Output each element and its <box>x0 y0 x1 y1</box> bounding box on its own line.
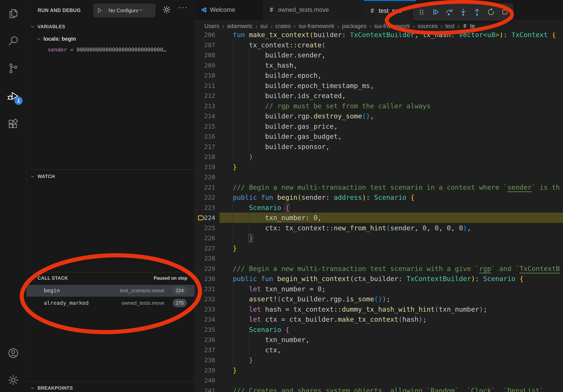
code-line[interactable]: 221/// Begin a new multi-transaction tes… <box>194 182 563 193</box>
code-line[interactable]: 229/// Begin a new multi-transaction tes… <box>194 263 563 274</box>
code-line[interactable]: 237 ctx, <box>194 345 563 355</box>
restart-button[interactable] <box>486 7 496 18</box>
breadcrumb-item[interactable]: sources <box>418 23 438 29</box>
code-line[interactable]: 224 txn_number: 0, <box>194 213 563 223</box>
breadcrumb-item[interactable]: sui-framework <box>298 23 334 29</box>
variables-scope-row[interactable]: locals: begin <box>26 34 194 44</box>
code-line[interactable]: 219} <box>194 162 563 172</box>
code-line[interactable]: 240 <box>194 375 563 385</box>
code-token: make_tx_context <box>338 315 398 323</box>
code-line[interactable]: 217 builder.sponsor, <box>194 142 563 152</box>
section-header-call-stack[interactable]: CALL STACKPaused on step <box>26 273 194 283</box>
code-token: `, ` <box>491 387 507 392</box>
tab-bar: Welcomeowned_tests.movetest_sce <box>194 0 563 20</box>
code-text: Scenario { <box>233 325 289 335</box>
step-into-button[interactable] <box>459 7 468 18</box>
scope-label: locals: begin <box>43 36 76 42</box>
code-line[interactable]: 214 builder.rgp.destroy_some(), <box>194 111 563 121</box>
code-line[interactable]: 232 assert!(ctx_builder.rgp.is_some()); <box>194 294 563 304</box>
run-and-debug-sidebar: RUN AND DEBUG No Configura ··· VARIABLES… <box>26 0 194 392</box>
code-line[interactable]: 233 let hash = tx_context::dummy_tx_hash… <box>194 304 563 314</box>
stop-button[interactable] <box>500 7 510 18</box>
breadcrumb-item[interactable]: packages <box>342 23 367 29</box>
code-line[interactable]: 216 builder.gas_budget, <box>194 131 563 142</box>
breadcrumb-item[interactable]: crates <box>275 23 291 29</box>
section-header-breakpoints[interactable]: BREAKPOINTS <box>26 383 194 392</box>
activity-bar-item-account[interactable] <box>0 342 26 364</box>
code-token: tx_context:: <box>233 41 297 49</box>
code-line[interactable]: 236 txn_number, <box>194 335 563 345</box>
code-token: ; <box>483 305 487 313</box>
code-line[interactable]: 209 tx_hash, <box>194 60 563 70</box>
code-token: 0 <box>422 224 426 232</box>
code-text: /// Begin a new multi-transaction test s… <box>233 263 560 274</box>
code-line[interactable]: 227} <box>194 243 563 253</box>
code-line[interactable]: 208 builder.sender, <box>194 50 563 60</box>
code-line[interactable]: 230public fun begin_with_context(ctx_bui… <box>194 274 563 284</box>
breadcrumb-item[interactable]: test <box>446 23 455 29</box>
code-line[interactable]: 238 } <box>194 355 563 365</box>
code-token: ( <box>435 305 439 313</box>
step-over-button[interactable] <box>445 7 454 18</box>
code-line[interactable]: 223 Scenario { <box>194 203 563 213</box>
breadcrumb-item[interactable]: sui-framework <box>374 23 410 29</box>
line-number: 213 <box>194 101 215 111</box>
activity-bar-item-explorer[interactable] <box>0 3 26 25</box>
breadcrumb[interactable]: Users›adamwelc›sui›crates›sui-framework›… <box>194 20 563 32</box>
breadcrumb-item[interactable]: Users <box>204 23 219 29</box>
code-line[interactable]: 222public fun begin(sender: address): Sc… <box>194 192 563 203</box>
breadcrumb-file[interactable]: te <box>470 23 475 29</box>
activity-bar-item-run-and-debug[interactable]: 1 <box>0 85 26 107</box>
code-line[interactable]: 210 builder.epoch, <box>194 70 563 80</box>
variable-row[interactable]: sender = 000000000000000000000000000… <box>48 47 194 56</box>
section-header-variables[interactable]: VARIABLES <box>26 22 194 32</box>
code-line[interactable]: 234 let ctx = ctx_builder.make_tx_contex… <box>194 314 563 325</box>
step-out-button[interactable] <box>472 7 482 18</box>
line-number: 231 <box>194 284 215 294</box>
activity-bar-item-manage[interactable] <box>0 369 26 391</box>
continue-button[interactable] <box>431 7 440 18</box>
debug-config-dropdown[interactable]: No Configura <box>93 3 155 17</box>
code-line[interactable]: 225 ctx: tx_context::new_from_hint(sende… <box>194 223 563 233</box>
code-line[interactable]: 226 } <box>194 233 563 243</box>
drag-handle[interactable] <box>417 7 426 18</box>
code-line[interactable]: 211 builder.epoch_timestamp_ms, <box>194 80 563 91</box>
tab-test_sce[interactable]: test_sce <box>364 0 416 21</box>
activity-bar-item-search[interactable] <box>0 30 26 52</box>
section-header-watch[interactable]: WATCH <box>26 171 194 182</box>
code-token: ( <box>386 224 390 232</box>
code-line[interactable]: 213 // rgp must be set from the caller a… <box>194 101 563 111</box>
gear-icon[interactable] <box>162 5 171 15</box>
code-token: , <box>427 224 435 232</box>
code-area[interactable]: 206fun make_tx_context(builder: TxContex… <box>194 0 563 392</box>
code-line[interactable]: 239} <box>194 365 563 375</box>
tab-label: owned_tests.move <box>278 6 329 13</box>
frame-file: test_scenario.move <box>120 287 164 294</box>
code-line[interactable]: 215 builder.gas_price, <box>194 121 563 131</box>
chevron-right-icon: › <box>256 23 258 30</box>
code-line[interactable]: 218 ) <box>194 152 563 162</box>
tab-owned_tests-move[interactable]: owned_tests.move <box>263 0 364 20</box>
breadcrumb-item[interactable]: adamwelc <box>227 23 253 29</box>
code-line[interactable]: 231 let txn_number = 0; <box>194 284 563 294</box>
code-line[interactable]: 228 <box>194 253 563 263</box>
chevron-right-icon: › <box>222 23 224 30</box>
code-line[interactable]: 207 tx_context::create( <box>194 40 563 50</box>
more-actions-icon[interactable]: ··· <box>178 3 188 12</box>
code-line[interactable]: 220 <box>194 172 563 182</box>
activity-bar-item-extensions[interactable] <box>0 113 26 134</box>
code-token <box>233 315 249 323</box>
tab-welcome[interactable]: Welcome <box>195 0 263 20</box>
code-line[interactable]: 235 Scenario { <box>194 325 563 335</box>
code-line[interactable]: 212 builder.ids_created, <box>194 91 563 101</box>
start-debugging-icon[interactable] <box>94 7 105 14</box>
search-icon <box>7 35 19 47</box>
call-stack-frame[interactable]: already_markedowned_tests.move275 <box>26 297 194 309</box>
code-line[interactable]: 241/// Creates and shares system objects… <box>194 385 563 392</box>
code-text: builder.epoch_timestamp_ms, <box>233 80 374 91</box>
line-number: 222 <box>194 192 215 203</box>
call-stack-frame[interactable]: begintest_scenario.move224 <box>26 285 194 297</box>
breadcrumb-item[interactable]: sui <box>260 23 268 29</box>
activity-bar-item-source-control[interactable] <box>0 57 26 79</box>
file-lines-icon <box>369 8 376 14</box>
